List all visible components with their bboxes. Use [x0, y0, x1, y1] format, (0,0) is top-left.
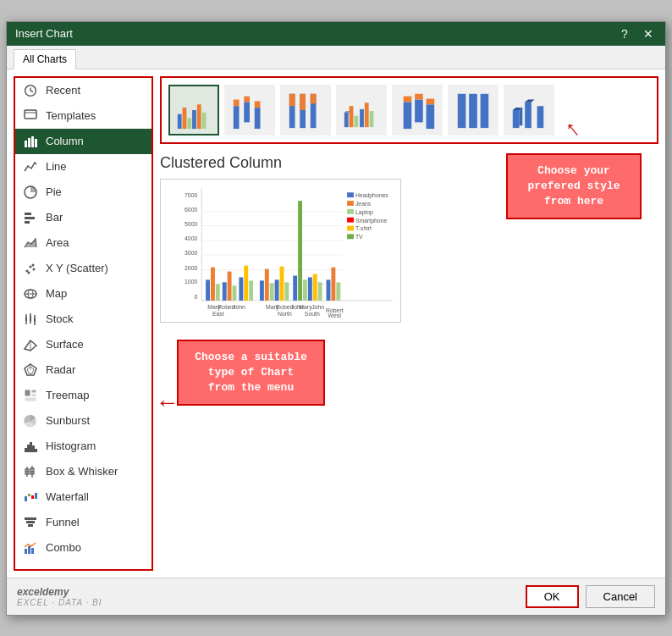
waterfall-icon	[22, 489, 39, 506]
svg-rect-123	[280, 266, 284, 300]
sidebar-item-surface[interactable]: Surface	[15, 332, 151, 357]
sidebar-item-pie[interactable]: Pie	[15, 180, 151, 205]
sidebar-label-column: Column	[46, 135, 84, 147]
sidebar-item-scatter[interactable]: X Y (Scatter)	[15, 256, 151, 281]
type-arrow: →	[156, 390, 179, 418]
help-button[interactable]: ?	[616, 27, 633, 41]
templates-icon	[22, 108, 39, 124]
sidebar-item-sunburst[interactable]: Sunburst	[15, 408, 151, 434]
svg-rect-55	[183, 108, 187, 129]
svg-rect-122	[275, 279, 279, 301]
svg-rect-28	[25, 390, 30, 396]
svg-text:Mary: Mary	[299, 303, 312, 310]
svg-point-14	[32, 263, 35, 266]
surface-icon	[22, 336, 39, 353]
svg-text:5000: 5000	[185, 220, 197, 226]
svg-rect-131	[327, 279, 331, 301]
sidebar-item-combo[interactable]: Combo	[15, 535, 151, 561]
svg-text:0: 0	[194, 293, 197, 299]
svg-marker-90	[519, 108, 522, 125]
chart-style-100pct[interactable]	[280, 85, 331, 135]
type-annotation: Choose a suitabletype of Chartfrom the m…	[177, 340, 325, 406]
svg-rect-29	[31, 390, 36, 393]
sidebar-label-funnel: Funnel	[46, 516, 80, 528]
svg-point-11	[30, 265, 32, 268]
chart-style-3d-stacked[interactable]	[392, 85, 443, 135]
sidebar-item-recent[interactable]: Recent	[15, 78, 151, 103]
box-whisker-icon	[22, 463, 39, 480]
svg-rect-147	[347, 192, 354, 197]
title-bar-controls: ? ✕	[616, 27, 657, 41]
svg-text:6000: 6000	[185, 206, 197, 212]
svg-rect-56	[187, 118, 191, 128]
content-area: Recent Templates	[7, 69, 665, 578]
sidebar-item-radar[interactable]: Radar	[15, 357, 151, 383]
svg-text:Jeans: Jeans	[355, 200, 372, 206]
chart-style-stacked[interactable]	[224, 85, 275, 135]
svg-rect-91	[525, 102, 532, 128]
funnel-icon	[22, 514, 39, 531]
sidebar-item-waterfall[interactable]: Waterfall	[15, 484, 151, 510]
map-icon	[22, 285, 39, 302]
svg-rect-65	[255, 101, 261, 108]
cancel-button[interactable]: Cancel	[586, 585, 655, 608]
svg-rect-88	[513, 110, 520, 128]
svg-rect-5	[35, 139, 37, 147]
svg-rect-155	[347, 225, 354, 230]
svg-rect-35	[30, 442, 32, 452]
sidebar-label-templates: Templates	[46, 109, 96, 122]
svg-rect-59	[202, 112, 207, 128]
chart-style-3d-clustered[interactable]	[336, 85, 387, 135]
chart-style-3d-column[interactable]	[504, 85, 554, 135]
column-icon	[22, 133, 39, 150]
svg-rect-118	[249, 280, 253, 301]
svg-rect-79	[404, 102, 412, 129]
svg-rect-121	[270, 283, 274, 301]
sidebar-item-templates[interactable]: Templates	[15, 103, 151, 129]
svg-rect-110	[206, 279, 210, 301]
svg-rect-33	[25, 448, 27, 452]
svg-rect-157	[347, 234, 354, 239]
sidebar-item-histogram[interactable]: Histogram	[15, 434, 151, 459]
sidebar-item-area[interactable]: Area	[15, 230, 151, 256]
chart-style-clustered[interactable]	[168, 85, 219, 135]
svg-rect-127	[303, 279, 307, 301]
sidebar-label-radar: Radar	[46, 363, 75, 376]
sidebar-label-recent: Recent	[46, 84, 80, 97]
svg-rect-23	[34, 318, 36, 322]
sidebar-item-line[interactable]: Line	[15, 154, 151, 180]
sidebar-item-bar[interactable]: Bar	[15, 205, 151, 230]
svg-rect-93	[537, 106, 544, 128]
sidebar-item-funnel[interactable]: Funnel	[15, 510, 151, 535]
ok-button[interactable]: OK	[526, 585, 579, 608]
sidebar-item-treemap[interactable]: Treemap	[15, 383, 151, 408]
style-annotation: Choose yourprefered stylefrom here	[506, 153, 642, 220]
sidebar-item-column[interactable]: Column	[15, 129, 151, 154]
sidebar-item-map[interactable]: Map	[15, 281, 151, 307]
svg-text:Headphones: Headphones	[355, 192, 388, 199]
svg-rect-50	[28, 524, 33, 527]
radar-icon	[22, 362, 39, 379]
svg-rect-49	[26, 521, 35, 523]
sidebar-item-box-whisker[interactable]: Box & Whisker	[15, 459, 151, 484]
svg-rect-62	[244, 102, 250, 122]
svg-rect-80	[404, 96, 412, 102]
sidebar-item-stock[interactable]: Stock	[15, 307, 151, 332]
svg-text:West: West	[328, 312, 342, 318]
close-button[interactable]: ✕	[640, 27, 657, 41]
bottom-buttons: OK Cancel	[526, 585, 655, 608]
svg-rect-83	[427, 104, 435, 129]
svg-rect-31	[25, 397, 36, 401]
svg-rect-47	[35, 493, 37, 499]
tab-all-charts[interactable]: All Charts	[14, 49, 76, 69]
svg-rect-115	[233, 285, 237, 301]
svg-rect-51	[25, 549, 27, 554]
svg-rect-119	[260, 280, 264, 301]
svg-rect-73	[350, 106, 354, 127]
chart-style-3d-100pct[interactable]	[448, 85, 498, 135]
svg-rect-48	[25, 517, 36, 520]
svg-rect-133	[336, 282, 340, 301]
chart-preview: 0 1000 2000 3000 4000 5000 6000 7000	[160, 179, 401, 323]
svg-marker-78	[344, 110, 350, 112]
sidebar-label-scatter: X Y (Scatter)	[46, 262, 108, 274]
